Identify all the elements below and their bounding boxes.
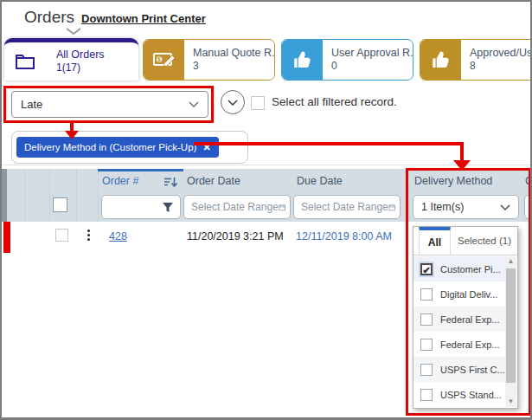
quote-pencil-icon: $ xyxy=(153,50,176,69)
order-filter-input[interactable] xyxy=(110,198,162,216)
row-menu-icon[interactable] xyxy=(86,228,92,242)
list-item-federal-express-2[interactable]: Federal Exp... xyxy=(413,332,506,357)
item-label: USPS First C... xyxy=(440,365,505,375)
expand-filters-button[interactable] xyxy=(221,90,245,114)
delivery-filter-value: 1 Item(s) xyxy=(421,201,464,213)
folder-icon xyxy=(15,53,35,70)
checkbox-unchecked[interactable] xyxy=(420,313,433,326)
annotation-arrow-head xyxy=(65,131,79,139)
column-separator xyxy=(76,169,77,222)
item-label: Federal Exp... xyxy=(440,339,499,350)
order-date-cell: 11/20/2019 3:21 PM xyxy=(187,230,284,242)
annotation-arrow-head xyxy=(453,160,471,171)
checkbox-unchecked[interactable] xyxy=(420,339,433,351)
delivery-method-filter-dropdown[interactable]: 1 Item(s) xyxy=(413,195,519,219)
scroll-down-icon[interactable]: ▼ xyxy=(505,397,516,407)
tab-user-approval[interactable]: User Approval R... 0 xyxy=(281,39,413,81)
header-select-all-checkbox[interactable] xyxy=(53,197,67,212)
item-label: Customer Pi... xyxy=(440,264,501,275)
dropdown-tab-selected[interactable]: Selected (1) xyxy=(451,227,511,255)
dropdown-scrollbar[interactable]: ▲ ▼ xyxy=(505,256,516,407)
svg-text:$: $ xyxy=(157,56,161,63)
tab-approved[interactable]: Approved/Use... 8 xyxy=(420,39,532,81)
scroll-up-icon[interactable]: ▲ xyxy=(505,256,516,267)
column-separator xyxy=(24,169,25,222)
divider xyxy=(2,165,530,165)
tab-label: Approved/Use... xyxy=(470,47,532,61)
list-item-federal-express-1[interactable]: Federal Exp... xyxy=(413,307,506,332)
dropdown-tabs: All Selected (1) xyxy=(413,227,517,255)
column-header-due-date[interactable]: Due Date xyxy=(297,175,343,187)
checkbox-unchecked[interactable] xyxy=(420,389,433,401)
date-range-placeholder: Select Date Range xyxy=(301,201,388,213)
column-separator xyxy=(49,169,50,222)
row-checkbox[interactable] xyxy=(55,229,68,242)
table-edge-strip xyxy=(2,169,7,222)
scrollbar-thumb[interactable] xyxy=(506,268,516,383)
column-header-delivery-method[interactable]: Delivery Method xyxy=(414,175,492,187)
tab-count: 1(17) xyxy=(56,61,105,74)
annotation-arrow-line xyxy=(460,142,464,161)
checkbox-unchecked[interactable] xyxy=(420,364,433,376)
calendar-icon[interactable] xyxy=(388,201,395,214)
thumbs-up-icon xyxy=(431,49,452,70)
item-label: USPS Stand... xyxy=(440,390,502,400)
chevron-down-icon[interactable] xyxy=(66,28,81,36)
dropdown-tab-all[interactable]: All xyxy=(419,227,451,255)
checkbox-checked[interactable]: ✔ xyxy=(420,263,433,275)
chevron-down-icon xyxy=(228,100,238,106)
list-item-digital-delivery[interactable]: Digital Deliv... xyxy=(413,281,506,307)
tab-all-orders[interactable]: All Orders 1(17) xyxy=(4,38,138,81)
chip-label: Delivery Method in (Customer Pick-Up) xyxy=(24,142,196,152)
due-date-range-field[interactable]: Select Date Range xyxy=(293,195,401,219)
select-all-checkbox[interactable] xyxy=(251,96,265,110)
annotation-arrow-line xyxy=(194,142,464,145)
sort-icon[interactable] xyxy=(164,178,177,188)
checkbox-unchecked[interactable] xyxy=(420,288,433,300)
late-row-indicator xyxy=(3,222,10,253)
dropdown-list: ✔ Customer Pi... Digital Deliv... Federa… xyxy=(413,256,506,407)
orders-window: Orders Downtown Print Center All Orders … xyxy=(0,0,532,420)
date-range-placeholder: Select Date Range xyxy=(191,201,279,213)
calendar-icon[interactable] xyxy=(279,201,285,214)
thumbs-up-icon xyxy=(292,49,313,70)
sorted-column-indicator xyxy=(98,169,183,171)
annotation-box-view-filter xyxy=(3,86,214,123)
due-date-cell: 12/11/2019 8:00 AM xyxy=(296,230,392,242)
tab-label: User Approval R... xyxy=(331,47,413,61)
select-all-label: Select all filtered record. xyxy=(272,95,397,108)
column-separator xyxy=(98,169,99,222)
item-label: Digital Deliv... xyxy=(440,289,497,300)
item-label: Federal Exp... xyxy=(440,314,499,325)
column-header-order-date[interactable]: Order Date xyxy=(187,175,240,187)
tab-label: Manual Quote R... xyxy=(193,47,275,61)
page-header: Orders Downtown Print Center xyxy=(24,8,206,27)
column-header-partial[interactable]: C xyxy=(525,175,532,187)
order-date-range-field[interactable]: Select Date Range xyxy=(183,195,291,219)
list-item-usps-standard[interactable]: USPS Stand... xyxy=(413,382,506,407)
delivery-method-dropdown-panel: All Selected (1) ✔ Customer Pi... Digita… xyxy=(413,226,518,409)
partial-filter-field xyxy=(524,195,532,219)
page-title: Orders xyxy=(24,8,74,27)
order-number-link[interactable]: 428 xyxy=(109,230,127,242)
column-header-order[interactable]: Order # xyxy=(102,175,138,187)
chevron-down-icon xyxy=(500,204,510,210)
tab-manual-quote[interactable]: $ Manual Quote R... 3 xyxy=(143,39,275,81)
tab-label: All Orders xyxy=(56,48,105,62)
list-item-customer-pickup[interactable]: ✔ Customer Pi... xyxy=(413,256,506,281)
tab-count: 8 xyxy=(470,60,532,73)
store-link[interactable]: Downtown Print Center xyxy=(81,12,206,25)
funnel-icon[interactable] xyxy=(162,202,174,213)
delivery-filter-chip[interactable]: Delivery Method in (Customer Pick-Up) ✕ xyxy=(16,137,219,158)
tab-count: 0 xyxy=(331,60,413,73)
tab-count: 3 xyxy=(193,60,275,73)
list-item-usps-first-class[interactable]: USPS First C... xyxy=(413,357,506,382)
order-filter-field xyxy=(101,195,181,219)
